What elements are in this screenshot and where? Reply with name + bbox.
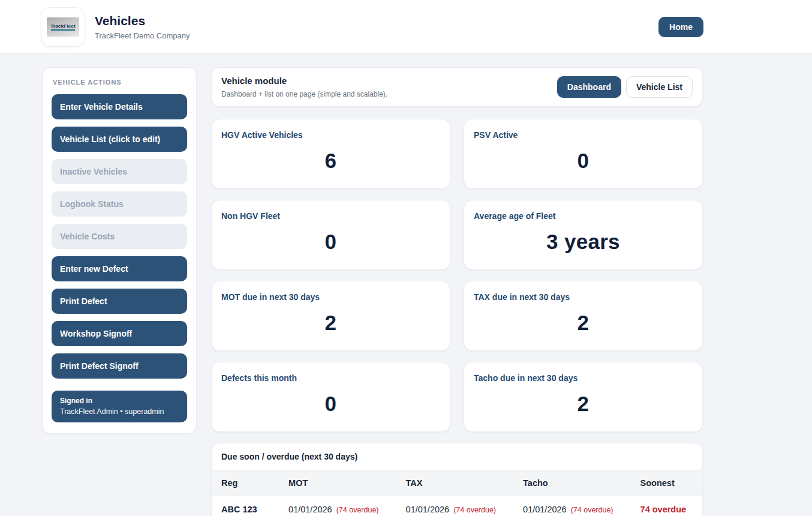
due-table: Reg MOT TAX Tacho Soonest ABC 123 01/01/… (212, 470, 702, 516)
stat-value: 2 (221, 311, 440, 335)
module-subtitle: Dashboard + list on one page (simple and… (221, 90, 387, 98)
app-header: TrackFleet Vehicles TrackFleet Demo Comp… (0, 0, 812, 54)
stat-label: Tacho due in next 30 days (474, 373, 693, 383)
stat-label: Non HGV Fleet (221, 211, 440, 221)
mot-cell: 01/01/2026(74 overdue) (279, 496, 396, 516)
trackfleet-logo-card: TrackFleet (41, 7, 85, 47)
column-header-tacho: Tacho (513, 470, 631, 496)
trackfleet-logo-underline (51, 29, 75, 31)
stat-value: 2 (474, 392, 693, 416)
stat-label: TAX due in next 30 days (474, 292, 693, 302)
page-title: Vehicles (95, 13, 190, 28)
sidebar-item-inactive-vehicles: Inactive Vehicles (52, 159, 187, 184)
sidebar-item-enter-vehicle-details[interactable]: Enter Vehicle Details (52, 94, 187, 119)
signed-in-box: Signed in TrackFleet Admin • superadmin (52, 391, 187, 422)
sidebar-item-vehicle-costs: Vehicle Costs (52, 224, 187, 249)
tacho-cell: 01/01/2026(74 overdue) (513, 496, 631, 516)
column-header-tax: TAX (396, 470, 514, 496)
sidebar-item-print-defect[interactable]: Print Defect (52, 289, 187, 314)
signed-in-user: TrackFleet Admin • superadmin (60, 407, 179, 416)
home-button[interactable]: Home (658, 17, 703, 37)
column-header-soonest: Soonest (631, 470, 702, 496)
stat-label: Average age of Fleet (474, 211, 693, 221)
tax-cell: 01/01/2026(74 overdue) (396, 496, 514, 516)
table-row-abc-123: ABC 123 01/01/2026(74 overdue) 01/01/202… (212, 496, 702, 516)
stat-value: 0 (221, 230, 440, 254)
stat-label: MOT due in next 30 days (221, 292, 440, 302)
soonest-cell: 74 overdue (631, 496, 702, 516)
stat-non-hgv-fleet: Non HGV Fleet 0 (211, 200, 450, 270)
tax-date: 01/01/2026 (406, 505, 450, 514)
sidebar-item-print-defect-signoff[interactable]: Print Defect Signoff (52, 353, 187, 379)
sidebar-item-workshop-signoff[interactable]: Workshop Signoff (52, 321, 187, 346)
sidebar-heading: VEHICLE ACTIONS (53, 79, 187, 86)
module-tabs: Dashboard Vehicle List (557, 76, 693, 98)
stat-value: 6 (221, 149, 440, 173)
trackfleet-logo: TrackFleet (47, 17, 79, 37)
stat-label: HGV Active Vehicles (221, 130, 440, 140)
stat-value: 0 (474, 149, 693, 173)
module-title: Vehicle module (221, 76, 387, 86)
sidebar-item-enter-new-defect[interactable]: Enter new Defect (52, 256, 187, 281)
stat-mot-due-30-days: MOT due in next 30 days 2 (211, 281, 450, 351)
stat-hgv-active-vehicles: HGV Active Vehicles 6 (211, 119, 450, 189)
stat-defects-this-month: Defects this month 0 (211, 362, 450, 432)
mot-overdue-note: (74 overdue) (336, 506, 379, 514)
sidebar-item-vehicle-list[interactable]: Vehicle List (click to edit) (52, 127, 187, 152)
stat-tax-due-30-days: TAX due in next 30 days 2 (464, 281, 703, 351)
stats-grid: HGV Active Vehicles 6 PSV Active 0 Non H… (211, 119, 703, 432)
due-table-title: Due soon / overdue (next 30 days) (212, 443, 702, 470)
vehicle-module-bar: Vehicle module Dashboard + list on one p… (211, 67, 703, 107)
tab-vehicle-list[interactable]: Vehicle List (626, 76, 693, 98)
main-panel: Vehicle module Dashboard + list on one p… (211, 67, 703, 516)
column-header-mot: MOT (279, 470, 396, 496)
tacho-overdue-note: (74 overdue) (571, 506, 613, 514)
company-subtitle: TrackFleet Demo Company (95, 31, 190, 40)
signed-in-label: Signed in (60, 397, 179, 405)
due-soon-overdue-card: Due soon / overdue (next 30 days) Reg MO… (211, 443, 703, 516)
stat-label: Defects this month (221, 373, 440, 383)
tacho-date: 01/01/2026 (523, 505, 567, 514)
stat-psv-active: PSV Active 0 (464, 119, 703, 189)
stat-value: 2 (474, 311, 693, 335)
stat-average-age-of-fleet: Average age of Fleet 3 years (464, 200, 703, 270)
tab-dashboard[interactable]: Dashboard (557, 76, 621, 98)
trackfleet-logo-text: TrackFleet (50, 23, 76, 29)
sidebar-item-logbook-status: Logbook Status (52, 191, 187, 217)
due-table-header-row: Reg MOT TAX Tacho Soonest (212, 470, 702, 496)
reg-cell: ABC 123 (212, 496, 279, 516)
stat-tacho-due-30-days: Tacho due in next 30 days 2 (464, 362, 703, 432)
stat-value: 3 years (474, 230, 693, 254)
page-content: VEHICLE ACTIONS Enter Vehicle Details Ve… (0, 54, 812, 516)
header-titles: Vehicles TrackFleet Demo Company (95, 13, 190, 40)
tax-overdue-note: (74 overdue) (453, 506, 496, 514)
stat-value: 0 (221, 392, 440, 416)
mot-date: 01/01/2026 (288, 505, 332, 514)
column-header-reg: Reg (212, 470, 279, 496)
module-bar-text: Vehicle module Dashboard + list on one p… (221, 76, 387, 98)
vehicle-actions-sidebar: VEHICLE ACTIONS Enter Vehicle Details Ve… (42, 67, 197, 434)
stat-label: PSV Active (474, 130, 693, 140)
